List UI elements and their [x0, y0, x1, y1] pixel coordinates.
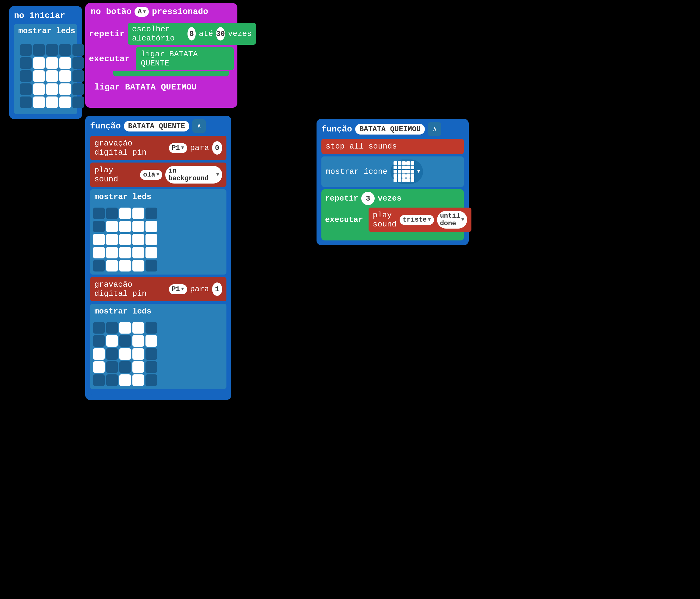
escolher-block: escolher aleatório 8 até 30 vezes — [128, 23, 256, 45]
funcao-bqueimou-chevron[interactable]: ∧ — [428, 122, 441, 136]
num2-value[interactable]: 30 — [216, 27, 225, 41]
ligar-batata-queimou-block: ligar BATATA QUEIMOU — [89, 79, 202, 95]
repetir-3-header: repetir 3 vezes — [325, 192, 460, 205]
icone-dropdown[interactable]: ▼ — [391, 159, 423, 184]
magenta-tail — [89, 95, 113, 104]
play-sound-ola-block: play sound olá ▼ in background ▼ — [90, 163, 226, 187]
funcao-bq-chevron[interactable]: ∧ — [192, 119, 206, 133]
button-a-container: no botão A ▼ pressionado repetir escolhe… — [85, 3, 238, 108]
funcao-bq-header: função BATATA QUENTE ∧ — [90, 119, 226, 133]
in-background-dropdown[interactable]: in background ▼ — [165, 166, 222, 183]
mostrar-leds-bq-label: mostrar leds — [90, 189, 226, 204]
mostrar-icone-block: mostrar ícone — [321, 156, 464, 187]
funcao-batata-quente-container: função BATATA QUENTE ∧ gravação digital … — [85, 116, 231, 400]
bq-bottom-tail — [90, 389, 108, 395]
repetir-close — [325, 234, 460, 238]
until-done-dropdown[interactable]: until done ▼ — [437, 211, 468, 229]
button-a-hat: no botão A ▼ pressionado — [85, 3, 238, 20]
mostrar-leds-label: mostrar leds — [14, 24, 77, 38]
repetir-3-wrapper: repetir 3 vezes executar play sound tris… — [321, 189, 464, 241]
no-iniciar-hat: no iniciar — [14, 10, 65, 22]
green-bar-bottom — [113, 71, 229, 76]
funcao-bqueimou-header: função BATATA QUEIMOU ∧ — [321, 122, 464, 136]
sound-triste-dropdown[interactable]: triste ▼ — [400, 215, 434, 225]
pin-val-1[interactable]: 1 — [212, 282, 222, 296]
repetir-row: repetir escolher aleatório 8 até 30 veze… — [89, 20, 234, 47]
gravacao-pin-1-block: gravação digital pin P1 ▼ para 1 — [90, 277, 226, 301]
button-a-dropdown[interactable]: A ▼ — [134, 7, 149, 17]
pin-val-0[interactable]: 0 — [212, 141, 222, 155]
gravacao-pin-0-block: gravação digital pin P1 ▼ para 0 — [90, 136, 226, 160]
stop-all-sounds-block: stop all sounds — [321, 139, 464, 154]
num1-value[interactable]: 8 — [188, 27, 196, 41]
repetir-3-num[interactable]: 3 — [361, 192, 375, 205]
led-grid-bq1 — [93, 207, 223, 272]
funcao-bqueimou-name: BATATA QUEIMOU — [355, 124, 425, 134]
no-iniciar-container: no iniciar mostrar leds — [9, 6, 82, 119]
play-sound-triste-block: play sound triste ▼ until done ▼ — [369, 207, 471, 232]
mostrar-leds-bq2-label: mostrar leds — [90, 304, 226, 319]
funcao-batata-queimou-container: função BATATA QUEIMOU ∧ stop all sounds … — [317, 119, 469, 245]
executar-row-queimou: executar play sound triste ▼ until done … — [325, 207, 460, 232]
led-grid-bq2 — [93, 322, 223, 386]
ligar-batata-quente-block: ligar BATATA QUENTE — [136, 47, 234, 70]
pin-p1-2-dropdown[interactable]: P1 ▼ — [169, 284, 187, 294]
pin-p1-dropdown[interactable]: P1 ▼ — [169, 143, 187, 153]
sound-ola-dropdown[interactable]: olá ▼ — [140, 170, 162, 180]
funcao-bq-name: BATATA QUENTE — [124, 121, 189, 131]
led-grid-iniciar — [17, 41, 75, 111]
